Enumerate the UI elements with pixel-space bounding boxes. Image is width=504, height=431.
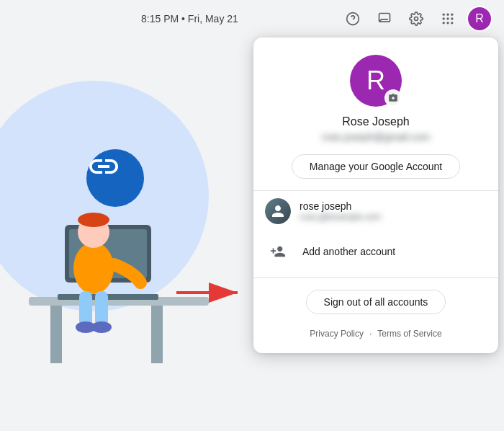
- settings-icon[interactable]: [403, 6, 429, 32]
- add-account-item[interactable]: Add another account: [253, 231, 498, 272]
- svg-point-25: [91, 321, 112, 333]
- account-name: rose joseph: [300, 200, 381, 212]
- svg-point-11: [446, 22, 449, 24]
- add-account-label: Add another account: [302, 246, 395, 257]
- signout-section: Sign out of all accounts: [253, 284, 498, 320]
- svg-point-3: [415, 17, 418, 21]
- profile-section: R Rose Joseph rose.joseph@gmail.com Mana…: [253, 37, 498, 191]
- signout-button[interactable]: Sign out of all accounts: [306, 290, 446, 314]
- svg-point-21: [78, 213, 109, 227]
- red-arrow: [169, 280, 248, 308]
- footer-separator: ·: [369, 329, 372, 339]
- profile-name: Rose Joseph: [342, 115, 409, 128]
- svg-point-19: [73, 242, 114, 294]
- privacy-policy-link[interactable]: Privacy Policy: [310, 329, 364, 339]
- svg-point-6: [451, 14, 453, 16]
- topbar: 8:15 PM • Fri, May 21 R: [0, 0, 504, 37]
- account-dropdown: R Rose Joseph rose.joseph@gmail.com Mana…: [253, 37, 498, 353]
- account-avatar-thumb: [265, 198, 291, 224]
- svg-point-5: [446, 14, 449, 16]
- account-list-item[interactable]: rose joseph rose.j@example.com: [253, 191, 498, 231]
- footer-links: Privacy Policy · Terms of Service: [253, 320, 498, 342]
- svg-point-9: [451, 17, 453, 19]
- svg-point-8: [446, 17, 449, 19]
- svg-point-10: [443, 22, 445, 24]
- account-email: rose.j@example.com: [300, 212, 381, 222]
- account-info: rose joseph rose.j@example.com: [300, 200, 381, 222]
- add-account-icon: [265, 239, 291, 265]
- svg-rect-14: [50, 306, 62, 363]
- svg-point-7: [443, 17, 445, 19]
- topbar-time: 8:15 PM • Fri, May 21: [141, 13, 238, 25]
- account-avatar-button[interactable]: R: [467, 6, 492, 32]
- divider: [253, 277, 498, 278]
- feedback-icon[interactable]: [372, 6, 397, 32]
- terms-of-service-link[interactable]: Terms of Service: [377, 329, 441, 339]
- illustration: [0, 37, 238, 431]
- svg-point-4: [443, 14, 445, 16]
- chain-icon: [86, 149, 144, 207]
- profile-email: rose.joseph@gmail.com: [322, 131, 430, 143]
- apps-icon[interactable]: [435, 6, 461, 32]
- manage-account-button[interactable]: Manage your Google Account: [292, 154, 460, 179]
- svg-rect-15: [151, 306, 163, 363]
- profile-avatar-wrap: R: [350, 55, 402, 107]
- svg-point-12: [451, 22, 453, 24]
- help-icon[interactable]: [340, 6, 366, 32]
- camera-badge-button[interactable]: [384, 89, 402, 107]
